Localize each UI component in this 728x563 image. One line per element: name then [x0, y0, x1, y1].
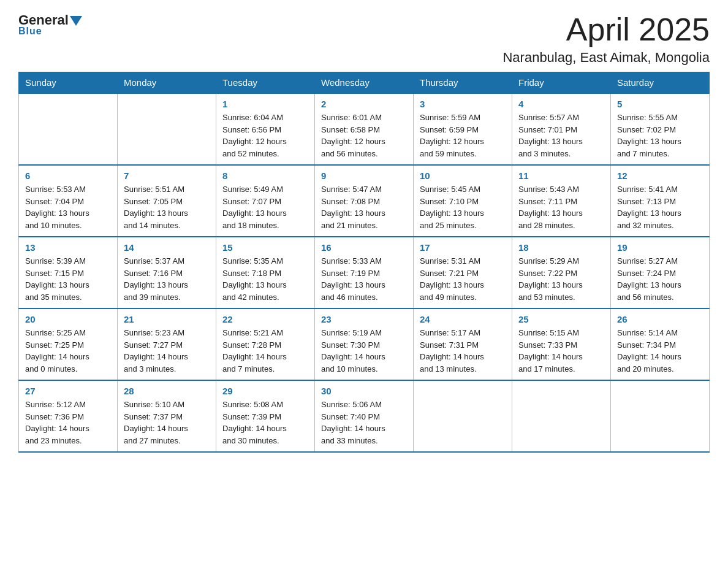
day-info: Sunrise: 5:43 AMSunset: 7:11 PMDaylight:… [518, 183, 604, 231]
day-info: Sunrise: 5:23 AMSunset: 7:27 PMDaylight:… [124, 327, 210, 375]
calendar-cell [512, 380, 611, 452]
day-info: Sunrise: 5:57 AMSunset: 7:01 PMDaylight:… [518, 112, 604, 159]
calendar-cell: 16Sunrise: 5:33 AMSunset: 7:19 PMDayligh… [315, 237, 414, 308]
calendar-cell: 17Sunrise: 5:31 AMSunset: 7:21 PMDayligh… [414, 237, 512, 308]
calendar-cell: 11Sunrise: 5:43 AMSunset: 7:11 PMDayligh… [512, 165, 611, 237]
week-row-4: 20Sunrise: 5:25 AMSunset: 7:25 PMDayligh… [19, 308, 710, 380]
calendar-cell: 7Sunrise: 5:51 AMSunset: 7:05 PMDaylight… [118, 165, 216, 237]
calendar-cell: 5Sunrise: 5:55 AMSunset: 7:02 PMDaylight… [611, 93, 710, 165]
day-number: 26 [617, 314, 703, 324]
calendar-cell: 1Sunrise: 6:04 AMSunset: 6:56 PMDaylight… [216, 93, 315, 165]
calendar-cell: 24Sunrise: 5:17 AMSunset: 7:31 PMDayligh… [414, 308, 512, 380]
day-info: Sunrise: 5:12 AMSunset: 7:36 PMDaylight:… [25, 399, 111, 446]
day-number: 17 [420, 242, 506, 253]
title-block: April 2025 Naranbulag, East Aimak, Mongo… [502, 12, 710, 66]
day-info: Sunrise: 5:39 AMSunset: 7:15 PMDaylight:… [25, 255, 111, 303]
day-number: 29 [222, 386, 308, 396]
calendar-cell: 26Sunrise: 5:14 AMSunset: 7:34 PMDayligh… [611, 308, 710, 380]
day-number: 1 [222, 99, 308, 109]
header-sunday: Sunday [19, 72, 118, 94]
day-number: 20 [25, 314, 111, 324]
week-row-1: 1Sunrise: 6:04 AMSunset: 6:56 PMDaylight… [19, 93, 710, 165]
day-info: Sunrise: 5:31 AMSunset: 7:21 PMDaylight:… [420, 255, 506, 303]
day-info: Sunrise: 5:10 AMSunset: 7:37 PMDaylight:… [124, 399, 210, 446]
week-row-2: 6Sunrise: 5:53 AMSunset: 7:04 PMDaylight… [19, 165, 710, 237]
day-number: 28 [124, 386, 210, 396]
day-info: Sunrise: 5:53 AMSunset: 7:04 PMDaylight:… [25, 183, 111, 231]
day-number: 11 [518, 170, 604, 181]
day-info: Sunrise: 5:37 AMSunset: 7:16 PMDaylight:… [124, 255, 210, 303]
day-info: Sunrise: 6:04 AMSunset: 6:56 PMDaylight:… [222, 112, 308, 159]
day-info: Sunrise: 5:27 AMSunset: 7:24 PMDaylight:… [617, 255, 703, 303]
day-info: Sunrise: 5:15 AMSunset: 7:33 PMDaylight:… [518, 327, 604, 375]
header-monday: Monday [118, 72, 216, 94]
location-title: Naranbulag, East Aimak, Mongolia [502, 50, 710, 66]
day-number: 4 [518, 99, 604, 109]
calendar-cell: 12Sunrise: 5:41 AMSunset: 7:13 PMDayligh… [611, 165, 710, 237]
calendar-cell: 3Sunrise: 5:59 AMSunset: 6:59 PMDaylight… [414, 93, 512, 165]
day-number: 25 [518, 314, 604, 324]
day-number: 13 [25, 242, 111, 253]
header-friday: Friday [512, 72, 611, 94]
day-number: 6 [25, 170, 111, 181]
calendar-cell: 19Sunrise: 5:27 AMSunset: 7:24 PMDayligh… [611, 237, 710, 308]
day-info: Sunrise: 5:51 AMSunset: 7:05 PMDaylight:… [124, 183, 210, 231]
day-info: Sunrise: 5:45 AMSunset: 7:10 PMDaylight:… [420, 183, 506, 231]
calendar-cell: 23Sunrise: 5:19 AMSunset: 7:30 PMDayligh… [315, 308, 414, 380]
day-number: 22 [222, 314, 308, 324]
calendar-cell: 21Sunrise: 5:23 AMSunset: 7:27 PMDayligh… [118, 308, 216, 380]
day-info: Sunrise: 5:41 AMSunset: 7:13 PMDaylight:… [617, 183, 703, 231]
header-tuesday: Tuesday [216, 72, 315, 94]
day-info: Sunrise: 5:17 AMSunset: 7:31 PMDaylight:… [420, 327, 506, 375]
day-number: 24 [420, 314, 506, 324]
calendar-table: SundayMondayTuesdayWednesdayThursdayFrid… [18, 72, 710, 453]
calendar-cell: 28Sunrise: 5:10 AMSunset: 7:37 PMDayligh… [118, 380, 216, 452]
day-info: Sunrise: 5:25 AMSunset: 7:25 PMDaylight:… [25, 327, 111, 375]
day-number: 15 [222, 242, 308, 253]
week-row-3: 13Sunrise: 5:39 AMSunset: 7:15 PMDayligh… [19, 237, 710, 308]
calendar-cell: 4Sunrise: 5:57 AMSunset: 7:01 PMDaylight… [512, 93, 611, 165]
day-info: Sunrise: 5:33 AMSunset: 7:19 PMDaylight:… [321, 255, 407, 303]
header: General Blue April 2025 Naranbulag, East… [18, 12, 710, 66]
day-number: 5 [617, 99, 703, 109]
calendar-cell: 2Sunrise: 6:01 AMSunset: 6:58 PMDaylight… [315, 93, 414, 165]
header-wednesday: Wednesday [315, 72, 414, 94]
day-info: Sunrise: 5:06 AMSunset: 7:40 PMDaylight:… [321, 399, 407, 446]
day-number: 3 [420, 99, 506, 109]
calendar-cell: 30Sunrise: 5:06 AMSunset: 7:40 PMDayligh… [315, 380, 414, 452]
header-row: SundayMondayTuesdayWednesdayThursdayFrid… [19, 72, 710, 94]
day-info: Sunrise: 5:08 AMSunset: 7:39 PMDaylight:… [222, 399, 308, 446]
day-number: 8 [222, 170, 308, 181]
calendar-header: SundayMondayTuesdayWednesdayThursdayFrid… [19, 72, 710, 94]
day-info: Sunrise: 5:19 AMSunset: 7:30 PMDaylight:… [321, 327, 407, 375]
calendar-cell: 20Sunrise: 5:25 AMSunset: 7:25 PMDayligh… [19, 308, 118, 380]
calendar-cell: 13Sunrise: 5:39 AMSunset: 7:15 PMDayligh… [19, 237, 118, 308]
logo: General Blue [18, 12, 82, 37]
day-number: 9 [321, 170, 407, 181]
day-number: 27 [25, 386, 111, 396]
day-number: 10 [420, 170, 506, 181]
calendar-cell: 6Sunrise: 5:53 AMSunset: 7:04 PMDaylight… [19, 165, 118, 237]
header-thursday: Thursday [414, 72, 512, 94]
day-number: 7 [124, 170, 210, 181]
day-info: Sunrise: 5:55 AMSunset: 7:02 PMDaylight:… [617, 112, 703, 159]
day-info: Sunrise: 5:21 AMSunset: 7:28 PMDaylight:… [222, 327, 308, 375]
month-title: April 2025 [502, 12, 710, 47]
day-number: 30 [321, 386, 407, 396]
day-info: Sunrise: 5:29 AMSunset: 7:22 PMDaylight:… [518, 255, 604, 303]
logo-blue-text: Blue [18, 26, 42, 37]
calendar-cell [414, 380, 512, 452]
day-number: 21 [124, 314, 210, 324]
day-number: 16 [321, 242, 407, 253]
header-saturday: Saturday [611, 72, 710, 94]
day-number: 12 [617, 170, 703, 181]
day-number: 14 [124, 242, 210, 253]
calendar-cell [611, 380, 710, 452]
calendar-body: 1Sunrise: 6:04 AMSunset: 6:56 PMDaylight… [19, 93, 710, 452]
day-info: Sunrise: 5:14 AMSunset: 7:34 PMDaylight:… [617, 327, 703, 375]
week-row-5: 27Sunrise: 5:12 AMSunset: 7:36 PMDayligh… [19, 380, 710, 452]
calendar-cell: 27Sunrise: 5:12 AMSunset: 7:36 PMDayligh… [19, 380, 118, 452]
calendar-cell: 8Sunrise: 5:49 AMSunset: 7:07 PMDaylight… [216, 165, 315, 237]
calendar-cell: 10Sunrise: 5:45 AMSunset: 7:10 PMDayligh… [414, 165, 512, 237]
calendar-cell: 22Sunrise: 5:21 AMSunset: 7:28 PMDayligh… [216, 308, 315, 380]
